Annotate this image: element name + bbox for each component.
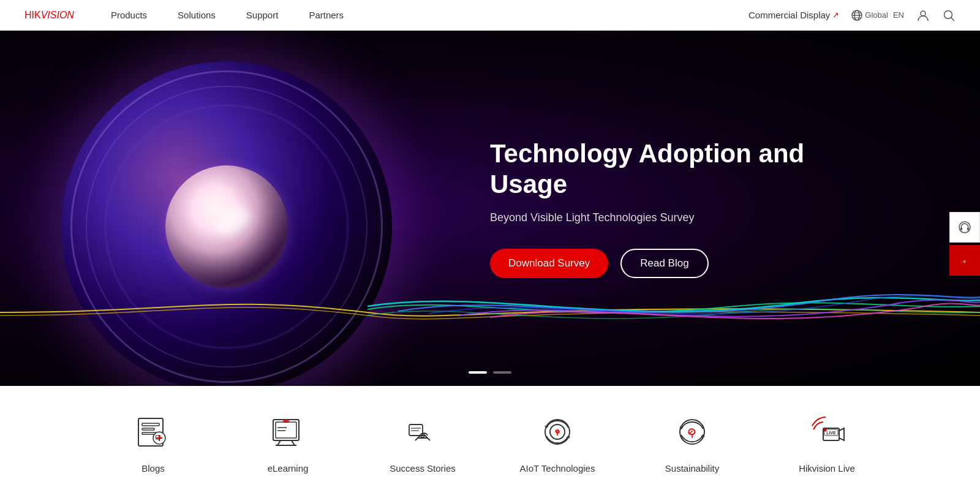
search-icon[interactable] <box>942 9 956 22</box>
sustainability-label: Sustainability <box>665 463 719 474</box>
svg-line-25 <box>277 440 281 445</box>
aiot-icon <box>536 410 579 453</box>
success-stories-label: Success Stories <box>390 463 456 474</box>
commercial-display-link[interactable]: Commercial Display ↗ <box>748 10 839 20</box>
ezviz-float-button[interactable]: ε <box>949 245 980 276</box>
aiot-item[interactable]: AIoT Technologies <box>490 410 625 474</box>
nav-right: Commercial Display ↗ Global EN <box>748 9 956 22</box>
nav-partners[interactable]: Partners <box>309 10 344 20</box>
read-blog-button[interactable]: Read Blog <box>620 249 708 278</box>
sustainability-item[interactable]: Sustainability <box>625 410 760 474</box>
svg-text:ε: ε <box>963 259 966 264</box>
globe-label: Global <box>865 10 888 20</box>
ezviz-icon: ε <box>957 253 972 268</box>
carousel-dots <box>469 371 511 374</box>
logo-vision: VISION <box>41 10 74 21</box>
hero-section: Technology Adoption and Usage Beyond Vis… <box>0 31 980 386</box>
blogs-item[interactable]: Blogs <box>86 410 221 474</box>
aiot-label: AIoT Technologies <box>520 463 595 474</box>
user-icon[interactable] <box>916 9 930 22</box>
svg-line-26 <box>292 440 295 445</box>
hikvision-live-label: Hikvision Live <box>799 463 855 474</box>
logo[interactable]: HIKVISION <box>24 10 74 21</box>
svg-rect-21 <box>273 420 299 440</box>
svg-point-43 <box>823 428 826 431</box>
elearning-icon <box>266 410 309 453</box>
logo-hik: HIK <box>24 10 41 21</box>
download-survey-button[interactable]: Download Survey <box>490 249 608 278</box>
svg-rect-10 <box>967 227 969 230</box>
blog-icon <box>132 410 175 453</box>
commercial-arrow-icon: ↗ <box>832 10 839 20</box>
carousel-dot-2[interactable] <box>493 371 511 374</box>
globe-language[interactable]: Global EN <box>851 10 904 21</box>
svg-line-38 <box>689 431 693 434</box>
success-stories-icon <box>401 410 444 453</box>
carousel-dot-1[interactable] <box>469 371 487 374</box>
nav-products[interactable]: Products <box>111 10 147 20</box>
hikvision-live-item[interactable]: LIVE Hikvision Live <box>760 410 894 474</box>
headset-icon <box>957 220 972 235</box>
svg-rect-22 <box>276 422 296 438</box>
svg-rect-14 <box>142 423 159 426</box>
nav-support[interactable]: Support <box>246 10 279 20</box>
navbar: HIKVISION Products Solutions Support Par… <box>0 0 980 31</box>
elearning-label: eLearning <box>268 463 309 474</box>
nav-links: Products Solutions Support Partners <box>111 10 748 20</box>
lens-image <box>31 49 423 386</box>
hero-subtitle: Beyond Visible Light Technologies Survey <box>490 211 845 224</box>
svg-point-37 <box>680 420 704 444</box>
hero-title: Technology Adoption and Usage <box>490 138 845 200</box>
hero-buttons: Download Survey Read Blog <box>490 249 845 278</box>
svg-rect-9 <box>960 227 962 230</box>
live-icon: LIVE <box>805 410 848 453</box>
floating-buttons: ε <box>949 212 980 276</box>
globe-lang: EN <box>893 10 904 20</box>
blogs-label: Blogs <box>141 463 165 474</box>
nav-solutions[interactable]: Solutions <box>178 10 216 20</box>
success-stories-item[interactable]: Success Stories <box>355 410 490 474</box>
support-float-button[interactable] <box>949 212 980 243</box>
svg-point-5 <box>921 11 925 16</box>
hero-content: Technology Adoption and Usage Beyond Vis… <box>490 138 845 278</box>
svg-point-6 <box>944 10 952 18</box>
svg-rect-15 <box>142 428 154 430</box>
svg-line-7 <box>951 18 954 21</box>
sustainability-icon <box>671 410 714 453</box>
bottom-section: Blogs eLearning <box>0 386 980 487</box>
svg-text:LIVE: LIVE <box>826 431 836 435</box>
globe-icon <box>851 10 862 21</box>
elearning-item[interactable]: eLearning <box>221 410 355 474</box>
